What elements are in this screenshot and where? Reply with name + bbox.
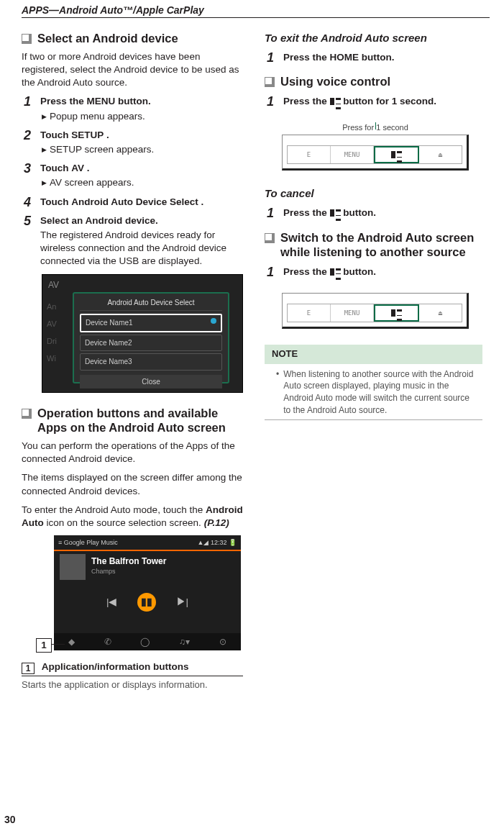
step-number: 3 [22, 162, 33, 175]
hw-voice-button[interactable] [374, 304, 419, 322]
nav-icon[interactable]: ◆ [68, 636, 75, 648]
hw-slot: E [288, 146, 331, 163]
voice-button-icon [330, 268, 341, 276]
legend-row: 1 Application/information buttons Starts… [22, 660, 243, 691]
step-3: 3 Touch AV . [22, 162, 243, 175]
device-select-key: Android Auto Device Select [71, 196, 198, 207]
device-row[interactable]: Device Name1 [80, 314, 222, 332]
device-name: Device Name2 [85, 338, 132, 348]
headphones-icon[interactable]: ♫▾ [179, 636, 190, 648]
step-2-result: SETUP screen appears. [42, 143, 243, 156]
voice-button-icon [391, 309, 402, 317]
subheading-exit: To exit the Android Auto screen [265, 31, 482, 45]
step-number: 2 [22, 129, 33, 142]
home-icon[interactable]: ◯ [140, 636, 150, 648]
left-column: Select an Android device If two or more … [22, 31, 243, 694]
section-operation-buttons: Operation buttons and available Apps on … [22, 406, 243, 435]
music-screenshot-wrap: ≡ Google Play Music▲◢ 12:32 🔋 The Balfro… [22, 535, 243, 650]
text: button. [115, 96, 150, 106]
music-player-screenshot: ≡ Google Play Music▲◢ 12:32 🔋 The Balfro… [54, 535, 241, 650]
section-title: Using voice control [280, 74, 390, 89]
section-icon [265, 77, 275, 87]
step-number: 1 [22, 95, 33, 108]
dialog-panel: Android Auto Device Select Device Name1 … [73, 292, 229, 383]
subheading-cancel: To cancel [265, 186, 482, 201]
play-button[interactable]: ▮▮ [137, 593, 156, 612]
step-number: 1 [265, 265, 276, 278]
voice-button-icon [330, 209, 341, 217]
track-artist: Champs [91, 567, 116, 576]
text: . [104, 130, 109, 140]
bottom-nav: ◆ ✆ ◯ ♫▾ ⊙ [54, 633, 241, 650]
sidebar-item: Wi [47, 350, 57, 367]
hw-eject-button[interactable]: ⏏ [419, 304, 462, 322]
device-select-screenshot: AV An AV Dri Wi Android Auto Device Sele… [42, 274, 243, 393]
text: button. [341, 266, 376, 277]
text: To enter the Android Auto mode, touch th… [22, 504, 206, 515]
page-header: APPS—Android Auto™/Apple CarPlay [22, 0, 494, 17]
cancel-step: 1 Press the button. [265, 206, 482, 219]
hw-eject-button[interactable]: ⏏ [419, 146, 462, 163]
note-text: When listening to another source with th… [283, 368, 475, 417]
section-title: Switch to the Android Auto screen while … [280, 230, 482, 260]
hw-voice-button[interactable] [374, 146, 419, 163]
voice-step: 1 Press the button for 1 second. [265, 95, 482, 108]
hw-menu-button[interactable]: MENU [331, 146, 374, 163]
sidebar-item: Dri [47, 332, 57, 350]
device-row[interactable]: Device Name2 [80, 335, 222, 352]
player-controls: |◀ ▮▮ ▶| [54, 593, 241, 612]
device-name: Device Name3 [85, 357, 132, 367]
text: Press the [283, 266, 330, 277]
section-icon [22, 409, 32, 419]
legend-number: 1 [22, 663, 35, 674]
bullet: • [276, 368, 279, 417]
text: Press the [40, 96, 87, 106]
text: . [198, 196, 204, 207]
text: . [84, 163, 90, 173]
paragraph: The items displayed on the screen differ… [22, 471, 243, 497]
car-icon[interactable]: ⊙ [219, 636, 226, 648]
header-rule [22, 17, 490, 18]
sidebar-item: An [47, 298, 57, 315]
hw-menu-button[interactable]: MENU [331, 304, 374, 322]
section-icon [265, 233, 275, 243]
text: button. [341, 207, 376, 218]
av-label: AV [42, 275, 242, 291]
callout-leader [52, 644, 65, 645]
album-art [60, 554, 86, 580]
intro-paragraph: If two or more Android devices have been… [22, 50, 243, 90]
status-bar: ▲◢ 12:32 🔋 [198, 538, 237, 547]
step-number: 5 [22, 214, 33, 227]
paragraph: To enter the Android Auto mode, touch th… [22, 504, 243, 530]
step-number: 1 [265, 206, 276, 219]
device-row[interactable]: Device Name3 [80, 353, 222, 371]
legend-body: Starts the application or displays infor… [22, 678, 243, 691]
text: button. [359, 52, 394, 63]
close-button[interactable]: Close [80, 375, 222, 389]
player-header: ≡ Google Play Music [58, 538, 118, 547]
note-body: •When listening to another source with t… [265, 363, 482, 420]
hw-slot: E [288, 304, 331, 322]
side-labels: An AV Dri Wi [47, 298, 57, 367]
exit-step: 1 Press the HOME button. [265, 51, 482, 64]
phone-icon[interactable]: ✆ [104, 636, 111, 648]
legend-title: Application/information buttons [42, 661, 189, 672]
text: Press the [283, 52, 330, 63]
step-number: 1 [265, 95, 276, 108]
leader-line [375, 122, 376, 130]
active-dot-icon [211, 318, 216, 324]
text: button for 1 second. [341, 96, 437, 106]
callout-box: 1 [36, 638, 52, 653]
section-icon [22, 34, 32, 44]
voice-button-icon [330, 98, 341, 105]
right-column: To exit the Android Auto screen 1 Press … [265, 31, 482, 694]
hardware-panel: Press for 1 second E MENU ⏏ [282, 114, 469, 175]
text: Touch [40, 163, 71, 173]
step-4: 4 Touch Android Auto Device Select . [22, 196, 243, 209]
paragraph: You can perform the operations of the Ap… [22, 440, 243, 466]
note-box: NOTE •When listening to another source w… [265, 345, 482, 420]
page-ref: (P.12) [204, 517, 229, 528]
setup-key: SETUP [71, 130, 104, 140]
step-5: 5 Select an Android device. The register… [22, 214, 243, 268]
sidebar-item: AV [47, 315, 57, 332]
